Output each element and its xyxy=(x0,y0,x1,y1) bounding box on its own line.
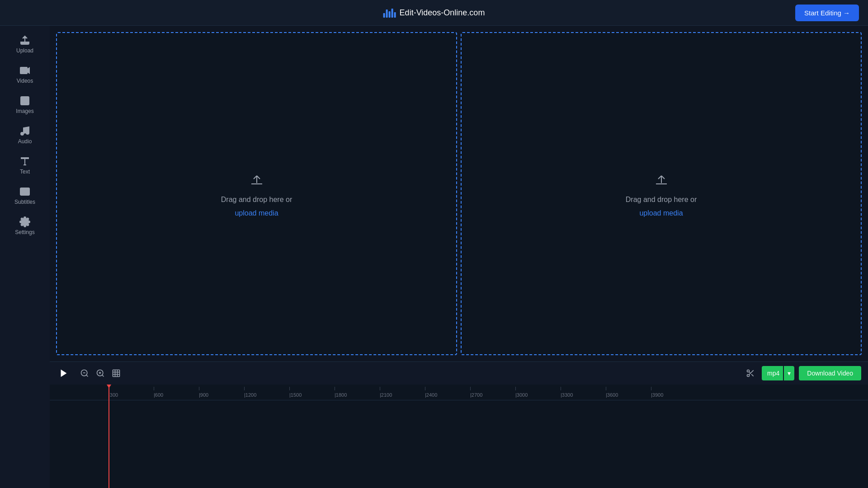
zoom-out-button[interactable] xyxy=(78,366,91,380)
download-video-button[interactable]: Download Video xyxy=(799,366,861,380)
ruler-mark-5: |1800 xyxy=(335,387,380,398)
timeline-area: mp4 ▾ Download Video |300 |600 |900 xyxy=(50,361,868,488)
start-editing-button[interactable]: Start Editing → xyxy=(795,5,859,21)
left-upload-link[interactable]: upload media xyxy=(235,209,278,217)
svg-line-25 xyxy=(749,372,750,373)
subtitles-icon xyxy=(19,186,30,197)
playhead[interactable] xyxy=(108,385,109,488)
scissors-button[interactable] xyxy=(744,366,757,380)
video-panels: Drag and drop here or upload media Drag … xyxy=(50,26,868,361)
audio-icon xyxy=(19,126,30,136)
logo: Edit-Videos-Online.com xyxy=(383,8,485,18)
sidebar-item-videos-label: Videos xyxy=(17,78,33,84)
logo-icon xyxy=(383,8,396,18)
main-layout: Upload Videos Images Audio xyxy=(0,26,868,488)
sidebar-item-images[interactable]: Images xyxy=(5,91,45,119)
ruler-mark-3: |1200 xyxy=(244,387,289,398)
svg-rect-8 xyxy=(20,188,29,195)
svg-point-22 xyxy=(747,375,750,377)
format-select-button[interactable]: mp4 xyxy=(762,366,783,380)
timeline-ruler-track: |300 |600 |900 |1200 |1500 |18 xyxy=(50,385,696,398)
controls-right: mp4 ▾ Download Video xyxy=(744,366,861,380)
right-drag-text: Drag and drop here or xyxy=(626,196,697,204)
left-video-panel[interactable]: Drag and drop here or upload media xyxy=(56,32,457,355)
sidebar-item-audio-label: Audio xyxy=(18,138,32,145)
ruler-mark-6: |2100 xyxy=(380,387,425,398)
timeline-ruler: |300 |600 |900 |1200 |1500 |18 xyxy=(50,385,868,400)
header: Edit-Videos-Online.com Start Editing → xyxy=(0,0,868,26)
svg-rect-20 xyxy=(113,370,120,377)
text-icon xyxy=(19,156,30,167)
fit-button[interactable] xyxy=(109,366,123,380)
ruler-mark-2: |900 xyxy=(199,387,244,398)
svg-rect-1 xyxy=(20,67,27,74)
format-selector-group: mp4 ▾ xyxy=(762,366,794,380)
ruler-mark-10: |3300 xyxy=(561,387,606,398)
right-video-panel[interactable]: Drag and drop here or upload media xyxy=(461,32,862,355)
format-dropdown-button[interactable]: ▾ xyxy=(784,366,794,380)
right-upload-icon xyxy=(652,170,670,190)
timeline-tracks[interactable] xyxy=(50,400,868,488)
sidebar-item-subtitles[interactable]: Subtitles xyxy=(5,182,45,210)
sidebar-item-upload[interactable]: Upload xyxy=(5,30,45,58)
svg-point-21 xyxy=(747,370,750,372)
left-upload-icon xyxy=(248,170,266,190)
images-icon xyxy=(19,95,30,106)
sidebar-item-text[interactable]: Text xyxy=(5,151,45,179)
zoom-in-button[interactable] xyxy=(94,366,107,380)
settings-icon xyxy=(19,216,30,227)
sidebar-item-text-label: Text xyxy=(20,169,30,175)
upload-icon xyxy=(19,35,30,46)
sidebar-item-settings[interactable]: Settings xyxy=(5,212,45,240)
fit-icon xyxy=(112,369,121,378)
svg-line-24 xyxy=(751,374,754,376)
ruler-mark-7: |2400 xyxy=(425,387,470,398)
sidebar-item-images-label: Images xyxy=(16,108,33,114)
ruler-mark-4: |1500 xyxy=(289,387,335,398)
scissors-icon xyxy=(746,369,755,378)
zoom-in-icon xyxy=(96,369,105,378)
sidebar-item-videos[interactable]: Videos xyxy=(5,61,45,89)
svg-point-4 xyxy=(21,132,24,135)
play-icon xyxy=(59,368,69,378)
sidebar-item-settings-label: Settings xyxy=(15,229,34,235)
content-area: Drag and drop here or upload media Drag … xyxy=(50,26,868,488)
videos-icon xyxy=(19,65,30,76)
ruler-mark-0: |300 xyxy=(108,387,154,398)
sidebar: Upload Videos Images Audio xyxy=(0,26,50,488)
sidebar-item-upload-label: Upload xyxy=(16,47,33,54)
ruler-mark-9: |3000 xyxy=(515,387,561,398)
zoom-out-icon xyxy=(80,369,89,378)
svg-point-3 xyxy=(23,99,24,100)
zoom-controls xyxy=(78,366,123,380)
play-button[interactable] xyxy=(57,366,71,380)
svg-line-17 xyxy=(102,375,104,377)
ruler-mark-8: |2700 xyxy=(470,387,515,398)
svg-line-14 xyxy=(86,375,88,377)
logo-text: Edit-Videos-Online.com xyxy=(400,8,485,18)
timeline-controls: mp4 ▾ Download Video xyxy=(50,362,868,385)
sidebar-item-audio[interactable]: Audio xyxy=(5,121,45,149)
right-upload-link[interactable]: upload media xyxy=(639,209,683,217)
left-drag-text: Drag and drop here or xyxy=(221,196,292,204)
svg-point-5 xyxy=(26,131,29,134)
ruler-mark-11: |3600 xyxy=(606,387,651,398)
sidebar-item-subtitles-label: Subtitles xyxy=(14,199,35,205)
ruler-mark-12: |3900 xyxy=(651,387,696,398)
svg-marker-12 xyxy=(61,370,67,377)
ruler-mark-1: |600 xyxy=(154,387,199,398)
